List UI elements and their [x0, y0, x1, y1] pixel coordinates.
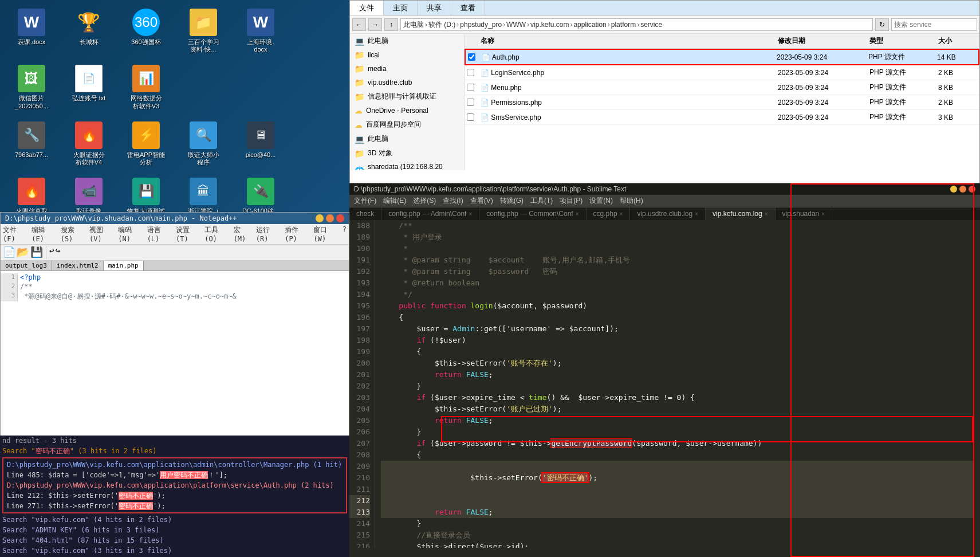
- menu-search[interactable]: 搜索(S): [61, 225, 85, 243]
- file-checkbox-auth[interactable]: [466, 53, 477, 61]
- toolbar-open[interactable]: 📂: [17, 246, 29, 259]
- menu-file[interactable]: 文件(F): [3, 225, 27, 243]
- code-194: * @return boolean: [381, 277, 974, 289]
- notepad-tab-output[interactable]: output_log3: [1, 261, 52, 270]
- nav-up[interactable]: ↑: [384, 18, 398, 31]
- menu-help[interactable]: ?: [343, 225, 347, 243]
- file-checkbox-sms[interactable]: [465, 113, 476, 121]
- menu-prefs-s[interactable]: 设置(N): [589, 196, 613, 206]
- toolbar-save[interactable]: 💾: [30, 246, 43, 259]
- menu-edit[interactable]: 编辑(E): [32, 225, 56, 243]
- sublime-tab-ccg[interactable]: ccg.php ×: [587, 207, 631, 220]
- desktop-icon-huoyan[interactable]: 🔥 火眼证据分析软件V4: [63, 119, 115, 169]
- menu-help-s[interactable]: 帮助(H): [620, 196, 643, 206]
- menu-goto-s[interactable]: 转跳(G): [500, 196, 524, 206]
- menu-window[interactable]: 窗口(W): [313, 225, 337, 243]
- search-box[interactable]: [891, 18, 977, 31]
- sublime-tab-commonconf[interactable]: config.php — Common\Conf ×: [479, 207, 586, 220]
- sublime-tab-adminconf[interactable]: config.php — Admin\Conf ×: [381, 207, 479, 220]
- sublime-tab-check[interactable]: check: [349, 207, 381, 220]
- file-row-auth[interactable]: 📄 Auth.php 2023-05-09 3:24 PHP 源文件 14 KB: [465, 49, 979, 65]
- desktop-icon-shanghaienvironment[interactable]: W 上海环境.docx: [235, 6, 286, 56]
- file-checkbox-login[interactable]: [465, 69, 476, 76]
- close-icon-3[interactable]: ×: [620, 211, 623, 217]
- desktop-icon-wangluofenxi[interactable]: 📊 网络数据分析软件V3: [120, 62, 172, 112]
- menu-find-s[interactable]: 查找(I): [443, 196, 463, 206]
- sidebar-thispc2[interactable]: 💻 此电脑: [350, 132, 464, 146]
- desktop-icon-sanbai[interactable]: 📁 三百个学习资料·快...: [178, 6, 229, 56]
- desktop-icon-leidian[interactable]: ⚡ 雷电APP智能分析: [120, 119, 172, 169]
- comment: /**: [381, 221, 412, 230]
- desktop-icon-biaokedocx[interactable]: W 表课.docx: [6, 6, 57, 56]
- desktop-icon-pico[interactable]: 🖥 pico@40...: [235, 119, 286, 169]
- sidebar-media[interactable]: 📁 media: [350, 62, 464, 76]
- sidebar-sharedata[interactable]: 🌐 sharedata (192.168.8.20 (Samba c: [350, 160, 464, 170]
- desktop-icon-honglian[interactable]: 📄 弘连账号.txt: [63, 62, 115, 112]
- nav-back[interactable]: ←: [352, 18, 366, 31]
- sidebar-licai[interactable]: 📁 licai: [350, 48, 464, 62]
- menu-edit-s[interactable]: 编辑(E): [383, 196, 406, 206]
- toolbar-undo[interactable]: ↩: [49, 246, 54, 259]
- desktop-icon-7963[interactable]: 🔧 7963ab77...: [6, 119, 57, 169]
- menu-settings[interactable]: 设置(T): [176, 225, 200, 243]
- explorer-tab-share[interactable]: 共享: [418, 1, 451, 15]
- menu-lang[interactable]: 语言(L): [147, 225, 171, 243]
- file-row-loginservice[interactable]: 📄 LoginService.php 2023-05-09 3:24 PHP 源…: [465, 65, 979, 80]
- sidebar-onedrive[interactable]: ☁ OneDrive - Personal: [350, 104, 464, 117]
- close-icon[interactable]: ×: [469, 211, 472, 217]
- notepad-tab-main[interactable]: main.php: [104, 261, 144, 270]
- address-bar[interactable]: 此电脑 › 软件 (D:) › phpstudy_pro › WWW › vip…: [400, 18, 873, 31]
- desktop-icon-wechatimg[interactable]: 🖼 微信图片_2023050...: [6, 62, 57, 112]
- address-www: WWW: [506, 21, 526, 29]
- sidebar-label: 信息犯罪与计算机取证: [368, 92, 436, 101]
- sidebar-xinxi[interactable]: 📁 信息犯罪与计算机取证: [350, 89, 464, 104]
- desktop-icon-360[interactable]: 360 360强国杯: [120, 6, 172, 56]
- file-checkbox-perm[interactable]: [465, 99, 476, 106]
- close-icon-5[interactable]: ×: [765, 211, 768, 217]
- menu-view-s[interactable]: 查看(V): [470, 196, 493, 206]
- toolbar-new[interactable]: 📄: [3, 246, 15, 259]
- search-vip2: Search "vip.kefu.com" (3 hits in 3 files…: [0, 546, 349, 556]
- explorer-tab-view[interactable]: 查看: [451, 1, 485, 15]
- toolbar-redo[interactable]: ↪: [55, 246, 60, 259]
- menu-select-s[interactable]: 选择(S): [413, 196, 436, 206]
- desktop-icon-quzhengs[interactable]: 🔍 取证大师小程序: [178, 119, 229, 169]
- menu-view[interactable]: 视图(V): [89, 225, 113, 243]
- menu-project-s[interactable]: 项目(P): [560, 196, 583, 206]
- file-checkbox-menu[interactable]: [465, 84, 476, 91]
- notepad-tab-index[interactable]: index.html2: [52, 261, 104, 270]
- menu-file-s[interactable]: 文件(F): [354, 196, 376, 206]
- close-icon-4[interactable]: ×: [695, 211, 698, 217]
- minimize-btn[interactable]: [316, 214, 324, 222]
- sidebar-thispc[interactable]: 💻 此电脑: [350, 34, 464, 48]
- menu-macro[interactable]: 宏(M): [234, 225, 251, 243]
- sidebar-baiduyun[interactable]: ☁ 百度网盘同步空间: [350, 117, 464, 132]
- maximize-btn-2[interactable]: [959, 186, 966, 193]
- file-row-permissions[interactable]: 📄 Permissions.php 2023-05-09 3:24 PHP 源文…: [465, 95, 979, 110]
- close-btn-2[interactable]: [969, 186, 975, 193]
- nav-refresh[interactable]: ↻: [875, 18, 889, 31]
- desktop-icon-changchengbei[interactable]: 🏆 长城杯: [63, 6, 115, 56]
- close-btn[interactable]: [336, 214, 344, 222]
- sublime-tab-vipkefulog[interactable]: vip.kefu.com.log ×: [706, 207, 776, 220]
- minimize-btn-2[interactable]: [950, 186, 957, 193]
- file-row-smsservice[interactable]: 📄 SmsService.php 2023-05-09 3:24 PHP 源文件…: [465, 110, 979, 125]
- menu-tools[interactable]: 工具(O): [204, 225, 229, 243]
- menu-plugin[interactable]: 插件(P): [285, 225, 309, 243]
- sidebar-label: 此电脑: [368, 36, 388, 46]
- sublime-tab-vipshaudan[interactable]: vip.shuadan ×: [776, 207, 833, 220]
- desktop-icons: W 表课.docx 🏆 长城杯 360 360强国杯 📁 三百个学习资料·快..…: [0, 0, 349, 218]
- sidebar-vipusdtre[interactable]: 📁 vip.usdtre.club: [350, 76, 464, 89]
- sidebar-3d[interactable]: 📁 3D 对象: [350, 146, 464, 160]
- explorer-tab-home[interactable]: 主页: [384, 1, 418, 15]
- close-icon-6[interactable]: ×: [821, 211, 825, 217]
- close-icon-2[interactable]: ×: [576, 211, 579, 217]
- nav-forward[interactable]: →: [368, 18, 382, 31]
- menu-run[interactable]: 运行(R): [256, 225, 280, 243]
- menu-tools-s[interactable]: 工具(T): [530, 196, 553, 206]
- file-row-menu[interactable]: 📄 Menu.php 2023-05-09 3:24 PHP 源文件 8 KB: [465, 80, 979, 95]
- maximize-btn[interactable]: [326, 214, 334, 222]
- sublime-tab-usdtrelog[interactable]: vip.usdtre.club.log ×: [630, 207, 706, 220]
- menu-encode[interactable]: 编码(N): [118, 225, 142, 243]
- explorer-tab-file[interactable]: 文件: [350, 1, 384, 15]
